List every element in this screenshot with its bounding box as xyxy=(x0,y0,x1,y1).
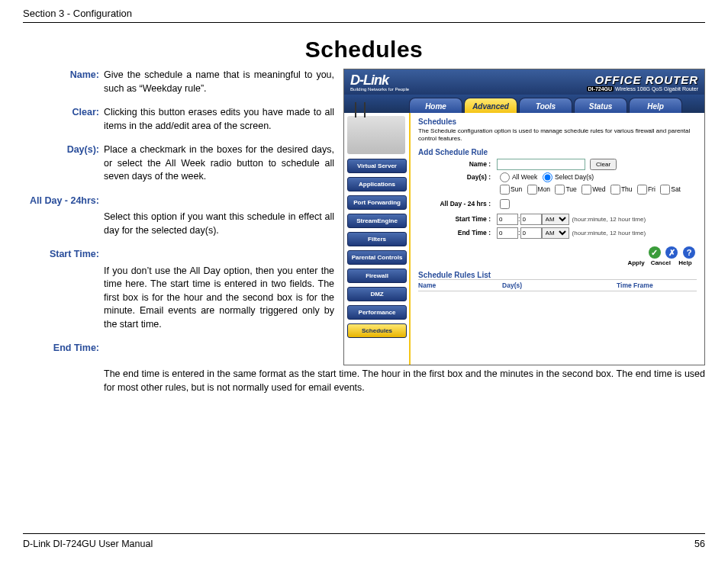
cancel-label: Cancel xyxy=(649,259,672,266)
def-label-allday: All Day - 24hrs: xyxy=(23,195,104,208)
check-allday[interactable] xyxy=(500,199,510,209)
end-ampm-select[interactable]: AM xyxy=(542,227,569,239)
tab-advanced[interactable]: Advanced xyxy=(464,98,517,113)
check-sun[interactable] xyxy=(500,185,510,195)
check-fri[interactable] xyxy=(637,185,647,195)
page-title: Schedules xyxy=(23,37,705,63)
def-label-days: Day(s): xyxy=(23,143,104,184)
label-name: Name : xyxy=(418,160,497,168)
label-select-days: Select Day(s) xyxy=(555,173,594,181)
sidebar-item-performance[interactable]: Performance xyxy=(347,305,407,320)
check-sat[interactable] xyxy=(660,185,670,195)
rules-header: Name Day(s) Time Frame xyxy=(418,279,697,291)
footer-left: D-Link DI-724GU User Manual xyxy=(23,539,153,549)
def-body-end: The end time is entered in the same form… xyxy=(104,367,705,394)
sidebar-item-parental-controls[interactable]: Parental Controls xyxy=(347,250,407,265)
end-hour-input[interactable] xyxy=(497,227,518,239)
check-thu[interactable] xyxy=(610,185,620,195)
router-ui: D-Link Building Networks for People OFFI… xyxy=(343,69,705,365)
brand-logo: D-Link xyxy=(350,72,409,88)
definitions-column: Name: Give the schedule a name that is m… xyxy=(23,69,334,365)
sidebar-item-port-forwarding[interactable]: Port Forwarding xyxy=(347,195,407,210)
sidebar-item-filters[interactable]: Filters xyxy=(347,232,407,246)
page-footer: D-Link DI-724GU User Manual 56 xyxy=(23,533,705,549)
radio-select-days[interactable] xyxy=(543,172,552,182)
tab-tools[interactable]: Tools xyxy=(519,98,572,113)
panel-desc: The Schedule configuration option is use… xyxy=(418,127,697,143)
end-hint: (hour:minute, 12 hour time) xyxy=(572,230,646,236)
router-image xyxy=(347,116,405,154)
sidebar-item-streamengine[interactable]: StreamEngine xyxy=(347,214,407,228)
section-header: Section 3 - Configuration xyxy=(23,0,705,23)
def-label-clear: Clear: xyxy=(23,106,104,133)
tab-home[interactable]: Home xyxy=(409,98,462,113)
check-wed[interactable] xyxy=(581,185,591,195)
tab-help[interactable]: Help xyxy=(629,98,682,113)
label-all-week: All Week xyxy=(512,173,537,181)
product-name: OFFICE ROUTER xyxy=(587,73,698,86)
tab-status[interactable]: Status xyxy=(574,98,627,113)
def-label-name: Name: xyxy=(23,69,104,95)
sidebar-item-applications[interactable]: Applications xyxy=(347,177,407,191)
def-body-allday-text: Select this option if you want this sche… xyxy=(104,211,334,237)
def-body-days: Place a checkmark in the boxes for the d… xyxy=(104,143,334,184)
label-days: Day(s) : xyxy=(418,173,497,181)
main-panel: Schedules The Schedule configuration opt… xyxy=(409,113,704,365)
rules-list-title: Schedule Rules List xyxy=(418,271,697,279)
sidebar-item-virtual-server[interactable]: Virtual Server xyxy=(347,159,407,173)
footer-page: 56 xyxy=(694,539,705,549)
brand-tagline: Building Networks for People xyxy=(350,87,409,92)
radio-all-week[interactable] xyxy=(500,172,510,182)
add-rule-title: Add Schedule Rule xyxy=(418,148,697,156)
router-header: D-Link Building Networks for People OFFI… xyxy=(344,69,704,95)
def-label-start: Start Time: xyxy=(23,248,104,262)
check-mon[interactable] xyxy=(527,185,537,195)
col-name: Name xyxy=(418,282,502,289)
sidebar-item-dmz[interactable]: DMZ xyxy=(347,287,407,301)
sidebar: Virtual Server Applications Port Forward… xyxy=(344,113,409,365)
label-allday: All Day - 24 hrs : xyxy=(418,200,497,208)
start-hour-input[interactable] xyxy=(497,214,518,225)
tabs-row: Home Advanced Tools Status Help xyxy=(344,95,704,113)
day-checkboxes: Sun Mon Tue Wed Thu Fri Sat xyxy=(497,185,681,195)
def-body-name: Give the schedule a name that is meaning… xyxy=(104,69,334,95)
def-label-end: End Time: xyxy=(23,342,104,355)
label-start: Start Time : xyxy=(418,215,497,223)
help-icon[interactable]: ? xyxy=(683,246,695,259)
end-min-input[interactable] xyxy=(520,227,542,239)
model-line: DI-724GUWireless 108G QoS Gigabit Router xyxy=(587,86,698,92)
start-ampm-select[interactable]: AM xyxy=(542,214,569,225)
sidebar-item-firewall[interactable]: Firewall xyxy=(347,269,407,283)
clear-button[interactable]: Clear xyxy=(590,159,617,170)
def-body-clear: Clicking this button erases edits you ha… xyxy=(104,106,334,133)
label-end: End Time : xyxy=(418,229,497,236)
col-timeframe: Time Frame xyxy=(617,282,697,289)
panel-title: Schedules xyxy=(418,117,697,126)
cancel-icon[interactable]: ✗ xyxy=(665,246,678,259)
apply-icon[interactable]: ✓ xyxy=(649,246,661,259)
def-body-start: If you don’t use the All Day option, the… xyxy=(104,265,334,332)
name-input[interactable] xyxy=(497,159,585,170)
col-days: Day(s) xyxy=(502,282,617,289)
sidebar-item-schedules[interactable]: Schedules xyxy=(347,323,407,338)
check-tue[interactable] xyxy=(555,185,565,195)
start-min-input[interactable] xyxy=(520,214,542,225)
help-label: Help xyxy=(674,259,697,266)
apply-label: Apply xyxy=(625,259,648,266)
start-hint: (hour:minute, 12 hour time) xyxy=(572,216,646,223)
def-body-allday xyxy=(104,195,334,208)
